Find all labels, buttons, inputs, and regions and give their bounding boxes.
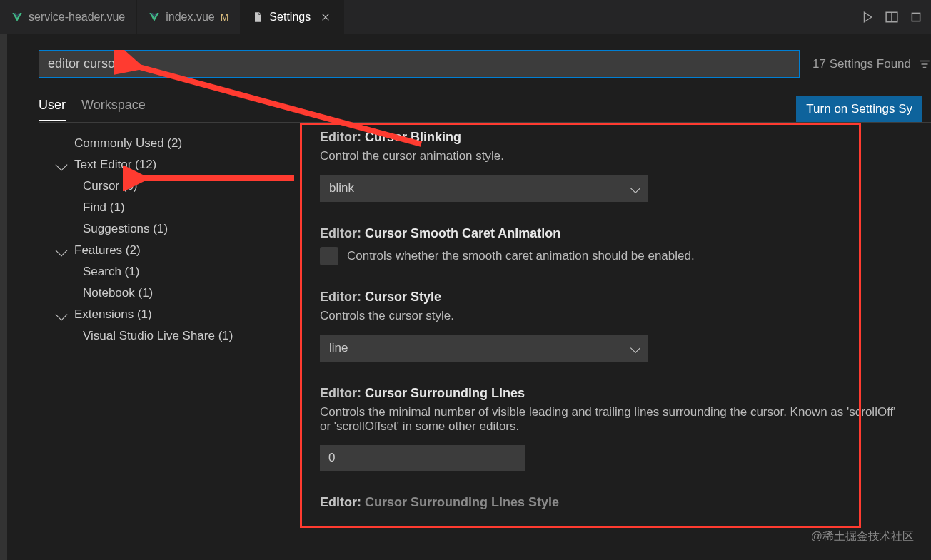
settings-sync-button[interactable]: Turn on Settings Sy bbox=[796, 96, 922, 122]
tree-liveshare[interactable]: Visual Studio Live Share (1) bbox=[44, 325, 286, 347]
tab-actions bbox=[861, 0, 931, 34]
tab-label: service-header.vue bbox=[29, 11, 125, 24]
split-editor-icon[interactable] bbox=[885, 11, 898, 24]
tree-notebook[interactable]: Notebook (1) bbox=[44, 282, 286, 304]
side-strip bbox=[0, 34, 7, 560]
tree-features[interactable]: Features (2) bbox=[44, 240, 286, 261]
tab-settings[interactable]: Settings bbox=[241, 0, 344, 34]
chevron-down-icon bbox=[630, 343, 640, 353]
chevron-down-icon bbox=[630, 183, 640, 193]
vue-icon bbox=[11, 11, 23, 23]
tree-cursor[interactable]: Cursor (6) bbox=[44, 175, 286, 197]
settings-tree: Commonly Used (2) Text Editor (12) Curso… bbox=[39, 123, 291, 560]
filter-icon[interactable] bbox=[918, 58, 931, 71]
chevron-down-icon bbox=[56, 309, 68, 321]
tree-suggestions[interactable]: Suggestions (1) bbox=[44, 218, 286, 240]
tab-index[interactable]: index.vue M bbox=[137, 0, 241, 34]
cursor-surrounding-input[interactable] bbox=[320, 445, 525, 471]
chevron-down-icon bbox=[56, 245, 68, 257]
vue-icon bbox=[149, 11, 160, 23]
setting-cursor-blinking: Editor: Cursor Blinking Control the curs… bbox=[320, 130, 917, 202]
close-icon[interactable] bbox=[319, 11, 332, 24]
tree-commonly-used[interactable]: Commonly Used (2) bbox=[44, 133, 286, 154]
cursor-smooth-checkbox[interactable] bbox=[320, 247, 338, 265]
setting-cursor-surrounding: Editor: Cursor Surrounding Lines Control… bbox=[320, 386, 917, 471]
results-count: 17 Settings Found bbox=[800, 57, 918, 71]
run-icon[interactable] bbox=[861, 11, 874, 24]
setting-cursor-surrounding-style: Editor: Cursor Surrounding Lines Style bbox=[320, 495, 917, 510]
tree-search[interactable]: Search (1) bbox=[44, 261, 286, 282]
tree-extensions[interactable]: Extensions (1) bbox=[44, 304, 286, 325]
settings-file-icon bbox=[252, 11, 263, 23]
cursor-style-select[interactable]: line bbox=[320, 335, 648, 362]
setting-cursor-smooth: Editor: Cursor Smooth Caret Animation Co… bbox=[320, 226, 917, 265]
settings-search-input[interactable] bbox=[39, 50, 800, 78]
scope-tabs: User Workspace bbox=[39, 98, 146, 121]
tree-find[interactable]: Find (1) bbox=[44, 197, 286, 218]
more-icon[interactable] bbox=[910, 11, 922, 24]
scope-user-tab[interactable]: User bbox=[39, 98, 66, 121]
setting-cursor-style: Editor: Cursor Style Controls the cursor… bbox=[320, 290, 917, 362]
watermark: @稀土掘金技术社区 bbox=[811, 529, 914, 544]
cursor-blinking-select[interactable]: blink bbox=[320, 175, 648, 202]
tab-service-header[interactable]: service-header.vue bbox=[0, 0, 137, 34]
tab-label: index.vue bbox=[166, 11, 215, 24]
chevron-down-icon bbox=[56, 159, 68, 171]
tree-text-editor[interactable]: Text Editor (12) bbox=[44, 154, 286, 175]
svg-rect-2 bbox=[912, 13, 920, 21]
scope-workspace-tab[interactable]: Workspace bbox=[81, 98, 146, 121]
modified-badge: M bbox=[221, 11, 229, 23]
settings-detail: Editor: Cursor Blinking Control the curs… bbox=[291, 123, 931, 560]
tab-bar: service-header.vue index.vue M Settings bbox=[0, 0, 931, 34]
tab-label: Settings bbox=[269, 11, 311, 24]
